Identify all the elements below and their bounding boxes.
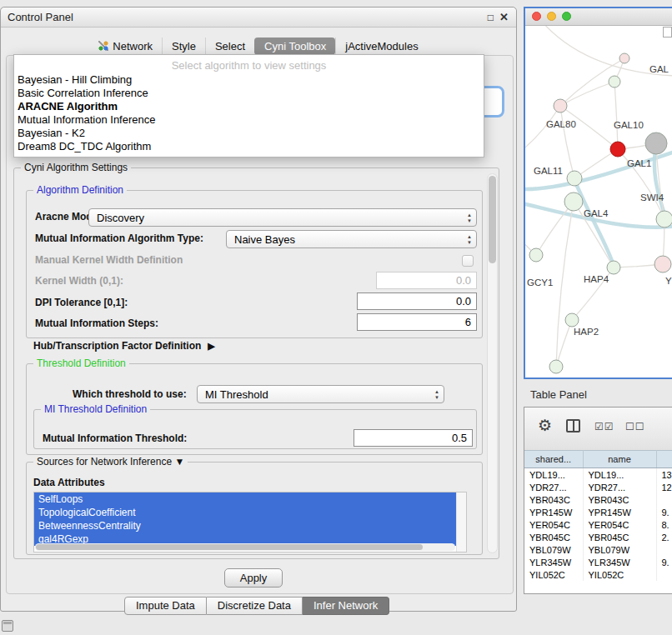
column-header[interactable]: name <box>583 451 656 468</box>
network-node[interactable] <box>554 99 567 112</box>
table-row[interactable]: YBL079WYBL079W <box>524 543 672 556</box>
sources-title-text: Sources for Network Inference <box>37 456 172 468</box>
node-label: HAP2 <box>574 327 599 337</box>
table-row[interactable]: YPR145WYPR145W9. <box>524 506 672 518</box>
node-label: GCY1 <box>527 278 553 288</box>
column-header[interactable]: shared... <box>524 451 583 468</box>
attribute-list-vscrollbar[interactable] <box>456 492 466 552</box>
table-row[interactable]: YBR043CYBR043C <box>524 493 672 506</box>
gear-icon[interactable]: ⚙ <box>538 416 552 435</box>
attribute-item[interactable]: TopologicalCoefficient <box>34 506 457 519</box>
table-row[interactable]: YIL052CYIL052C <box>524 568 672 581</box>
mi-steps-input[interactable]: 6 <box>357 313 477 331</box>
settings-scrollbar[interactable] <box>487 173 498 553</box>
bottom-tab-discretize-data[interactable]: Discretize Data <box>207 597 303 615</box>
manual-kernel-label: Manual Kernel Width Definition <box>35 254 183 266</box>
table-cell: YPR145W <box>583 506 656 518</box>
tab-network[interactable]: Network <box>89 38 162 55</box>
network-window-titlebar[interactable] <box>525 8 672 26</box>
mi-type-label: Mutual Information Algorithm Type: <box>35 232 203 244</box>
table-row[interactable]: YDR27...YDR27...12 <box>524 481 672 493</box>
manual-kernel-checkbox[interactable] <box>462 255 474 267</box>
tab-select[interactable]: Select <box>205 38 254 55</box>
network-icon <box>98 41 108 51</box>
node-label: HAP4 <box>584 274 609 284</box>
minimized-panel-icon[interactable] <box>2 620 13 632</box>
network-node[interactable] <box>609 76 620 88</box>
table-cell: YER054C <box>583 518 656 531</box>
network-node[interactable] <box>549 360 563 373</box>
algorithm-definition-title: Algorithm Definition <box>33 184 127 196</box>
popup-placeholder: Select algorithm to view settings <box>14 58 484 73</box>
scrollbar-thumb[interactable] <box>36 544 423 550</box>
network-node[interactable] <box>607 261 620 274</box>
control-panel-titlebar[interactable]: Control Panel □ ✕ <box>1 8 516 28</box>
mi-steps-label: Mutual Information Steps: <box>35 318 158 329</box>
node-label: GAL11 <box>534 166 563 176</box>
scrollbar-thumb[interactable] <box>489 176 496 263</box>
aracne-mode-select[interactable]: Discovery ▲▼ <box>88 208 477 227</box>
network-node[interactable] <box>656 211 672 228</box>
hub-section-toggle[interactable]: Hub/Transcription Factor Definition ▶ <box>33 340 215 352</box>
sources-title: Sources for Network Inference ▼ <box>33 456 188 468</box>
algorithm-option[interactable]: Bayesian - K2 <box>14 127 484 140</box>
tab-label: Select <box>215 40 245 52</box>
network-node[interactable] <box>567 171 582 186</box>
table-cell: YLR345W <box>583 556 656 568</box>
mi-threshold-input[interactable]: 0.5 <box>354 429 473 447</box>
dpi-tolerance-label: DPI Tolerance [0,1]: <box>35 297 128 308</box>
network-labels: GALGAL80GAL10GAL11GAL1SWI4GAL4GCY1HAP4HA… <box>527 64 672 337</box>
tab-label: Style <box>172 40 196 52</box>
deselect-all-columns-icon[interactable]: ☐☐ <box>625 421 645 432</box>
network-node[interactable] <box>654 256 671 272</box>
algorithm-option[interactable]: ARACNE Algorithm <box>14 100 484 113</box>
table-row[interactable]: YBR045CYBR045C2. <box>524 531 672 543</box>
float-panel-icon[interactable]: □ <box>488 8 494 28</box>
maximize-window-icon[interactable] <box>562 12 571 21</box>
combo-value: MI Threshold <box>205 388 268 401</box>
combo-value: Discovery <box>97 212 144 224</box>
network-node[interactable] <box>619 53 629 63</box>
attribute-item[interactable]: BetweennessCentrality <box>34 519 457 532</box>
close-panel-icon[interactable]: ✕ <box>499 8 509 28</box>
tab-style[interactable]: Style <box>162 38 205 55</box>
field-value: 0.0 <box>456 274 471 287</box>
tab-jactivemodules[interactable]: jActiveModules <box>335 38 427 55</box>
cyni-settings-group: Cyni Algorithm Settings Algorithm Defini… <box>13 168 499 559</box>
attribute-list-hscrollbar[interactable] <box>35 543 455 551</box>
network-node[interactable] <box>564 192 583 211</box>
table-row[interactable]: YER054CYER054C8. <box>524 518 672 531</box>
algorithm-option[interactable]: Dream8 DC_TDC Algorithm <box>14 140 484 153</box>
top-tabs: NetworkStyleSelectCyni ToolboxjActiveMod… <box>1 36 516 56</box>
algorithm-option[interactable]: Mutual Information Inference <box>14 113 484 127</box>
algorithm-option[interactable]: Basic Correlation Inference <box>14 87 484 100</box>
close-window-icon[interactable] <box>532 12 541 21</box>
network-canvas[interactable]: GALGAL80GAL10GAL11GAL1SWI4GAL4GCY1HAP4HA… <box>525 26 672 378</box>
bottom-tab-infer-network[interactable]: Infer Network <box>303 597 389 615</box>
tab-cyni-toolbox[interactable]: Cyni Toolbox <box>254 38 335 55</box>
apply-button[interactable]: Apply <box>224 568 283 588</box>
network-node[interactable] <box>529 248 543 262</box>
table-row[interactable]: YLR345WYLR345W9. <box>524 556 672 568</box>
columns-icon[interactable] <box>566 419 580 432</box>
mi-type-select[interactable]: Naive Bayes ▲▼ <box>226 230 477 248</box>
dpi-tolerance-input[interactable]: 0.0 <box>357 292 477 310</box>
table-panel-title: Table Panel <box>530 388 587 401</box>
which-threshold-select[interactable]: MI Threshold ▲▼ <box>197 385 444 403</box>
node-table: shared...name YDL19...YDL19...13YDR27...… <box>524 450 672 581</box>
network-node[interactable] <box>645 132 667 154</box>
network-graph: GALGAL80GAL10GAL11GAL1SWI4GAL4GCY1HAP4HA… <box>525 26 672 379</box>
data-attributes-label: Data Attributes <box>33 477 105 488</box>
select-all-columns-icon[interactable]: ☑☑ <box>594 421 614 432</box>
expanded-arrow-icon[interactable]: ▼ <box>174 456 184 468</box>
minimize-window-icon[interactable] <box>547 12 556 21</box>
attribute-item[interactable]: SelfLoops <box>34 492 457 506</box>
network-node[interactable] <box>565 313 579 327</box>
table-cell: YBR043C <box>524 493 583 506</box>
kernel-width-input[interactable]: 0.0 <box>376 272 477 289</box>
network-node[interactable] <box>610 142 625 157</box>
bottom-tab-impute-data[interactable]: Impute Data <box>124 597 207 615</box>
table-row[interactable]: YDL19...YDL19...13 <box>524 468 672 482</box>
column-header[interactable] <box>656 451 672 468</box>
algorithm-option[interactable]: Bayesian - Hill Climbing <box>14 73 484 87</box>
